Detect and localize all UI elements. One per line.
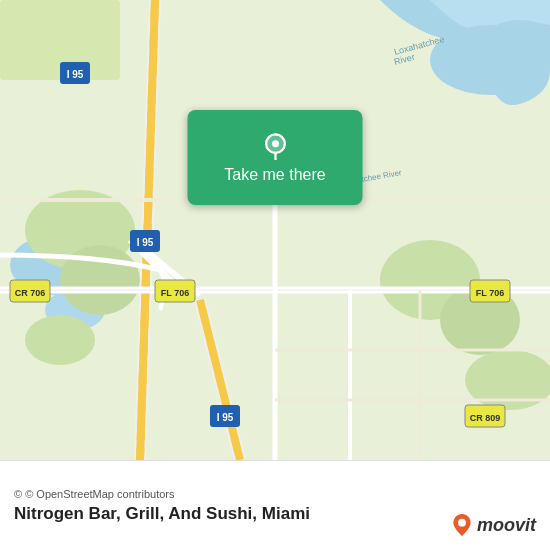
copyright-icon: © xyxy=(14,488,22,500)
attribution-text: © © OpenStreetMap contributors xyxy=(14,488,536,500)
svg-text:CR 706: CR 706 xyxy=(15,288,46,298)
svg-text:CR 809: CR 809 xyxy=(470,413,501,423)
map-svg: I 95 I 95 I 95 CR 706 FL 706 CR 809 FL 7… xyxy=(0,0,550,460)
moovit-pin-icon xyxy=(451,514,473,536)
svg-text:I 95: I 95 xyxy=(67,69,84,80)
moovit-logo: moovit xyxy=(451,514,536,536)
location-pin-icon xyxy=(261,132,289,160)
map-view: I 95 I 95 I 95 CR 706 FL 706 CR 809 FL 7… xyxy=(0,0,550,460)
svg-point-7 xyxy=(25,315,95,365)
svg-point-31 xyxy=(458,519,466,527)
take-me-there-label: Take me there xyxy=(224,166,325,184)
svg-text:FL 706: FL 706 xyxy=(161,288,189,298)
take-me-there-button[interactable]: Take me there xyxy=(188,110,363,205)
svg-text:I 95: I 95 xyxy=(217,412,234,423)
svg-text:FL 706: FL 706 xyxy=(476,288,504,298)
svg-point-30 xyxy=(272,140,279,147)
bottom-info-bar: © © OpenStreetMap contributors Nitrogen … xyxy=(0,460,550,550)
osm-attribution: © OpenStreetMap contributors xyxy=(25,488,174,500)
svg-text:I 95: I 95 xyxy=(137,237,154,248)
moovit-brand-text: moovit xyxy=(477,515,536,536)
